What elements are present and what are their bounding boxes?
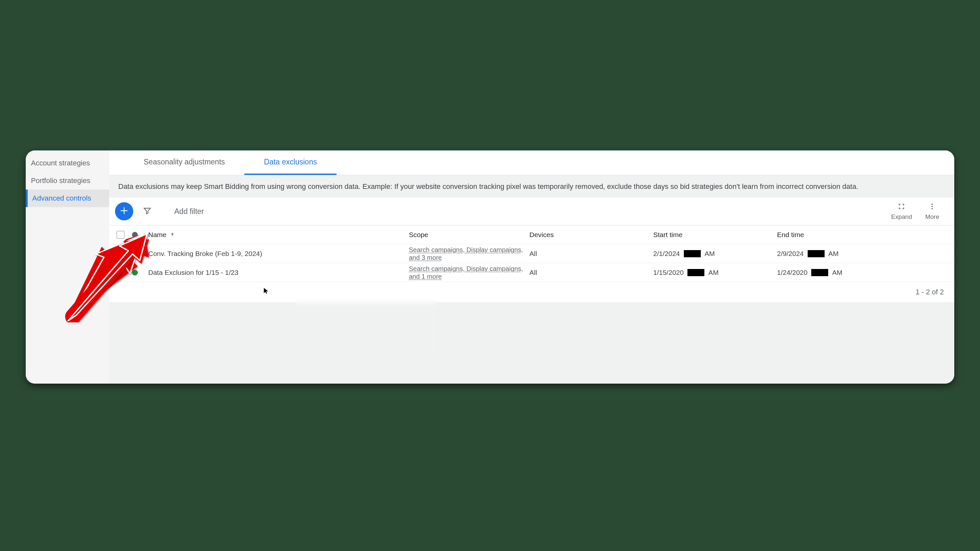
column-header-name-label: Name [148,231,167,239]
row-checkbox[interactable] [109,269,132,276]
column-header-name[interactable]: Name [148,231,272,239]
svg-point-1 [931,206,933,207]
row-name[interactable]: Data Exclusion for 1/15 - 1/23 [148,269,272,276]
tab-data-exclusions[interactable]: Data exclusions [244,151,336,175]
expand-button[interactable]: Expand [891,203,912,221]
row-devices: All [530,250,653,257]
toolbar: Add filter Expand More [109,198,954,225]
row-scope-link[interactable]: Search campaigns, Display campaigns, and… [409,265,523,280]
status-enabled-icon [132,270,138,275]
row-devices: All [530,269,653,276]
expand-label: Expand [891,213,912,221]
sidebar-item-account-strategies[interactable]: Account strategies [26,154,109,172]
status-header-icon[interactable] [132,232,138,238]
redacted-box [811,269,828,276]
filter-button[interactable] [143,206,151,216]
sort-ascending-icon [170,231,175,239]
tab-seasonality-adjustments[interactable]: Seasonality adjustments [124,151,244,175]
add-button[interactable] [115,202,133,221]
expand-icon [897,203,905,212]
table-header-row: Name Scope Devices Start time End time [109,225,954,244]
svg-rect-3 [172,234,172,236]
row-start-time: 2/1/2024 AM [653,250,777,257]
tabs-bar: Seasonality adjustments Data exclusions [109,151,954,175]
table-row[interactable]: Conv. Tracking Broke (Feb 1-9, 2024) Sea… [109,244,954,263]
redacted-box [687,269,705,276]
select-all-checkbox[interactable] [109,231,132,239]
row-end-time: 1/24/2020 AM [777,269,954,276]
pagination-text: 1 - 2 of 2 [109,282,954,302]
row-name[interactable]: Conv. Tracking Broke (Feb 1-9, 2024) [148,250,272,257]
more-label: More [925,213,939,221]
main-content: Seasonality adjustments Data exclusions … [109,151,954,384]
sidebar-item-advanced-controls[interactable]: Advanced controls [26,189,109,207]
row-scope-link[interactable]: Search campaigns, Display campaigns, and… [409,246,523,261]
column-header-end-time[interactable]: End time [777,231,954,239]
data-table: Name Scope Devices Start time End time C… [109,225,954,282]
svg-point-2 [931,208,933,210]
more-icon [928,203,936,212]
filter-icon [143,206,151,216]
more-button[interactable]: More [925,203,939,221]
sidebar-item-portfolio-strategies[interactable]: Portfolio strategies [26,172,109,189]
row-end-time: 2/9/2024 AM [777,250,954,257]
row-checkbox[interactable] [109,250,132,257]
row-start-time: 1/15/2020 AM [653,269,777,276]
plus-icon [119,206,129,216]
app-window: Account strategies Portfolio strategies … [26,151,954,384]
add-filter-input[interactable]: Add filter [161,207,204,216]
status-enabled-icon [132,251,138,257]
table-row[interactable]: Data Exclusion for 1/15 - 1/23 Search ca… [109,263,954,282]
column-header-devices[interactable]: Devices [530,231,653,239]
sidebar: Account strategies Portfolio strategies … [26,151,109,384]
redacted-box [684,250,701,257]
column-header-scope[interactable]: Scope [409,231,530,239]
svg-point-0 [931,203,933,205]
redacted-box [808,250,825,257]
redacted-column-blur [296,287,437,352]
page-description: Data exclusions may keep Smart Bidding f… [109,175,954,198]
column-header-start-time[interactable]: Start time [653,231,777,239]
